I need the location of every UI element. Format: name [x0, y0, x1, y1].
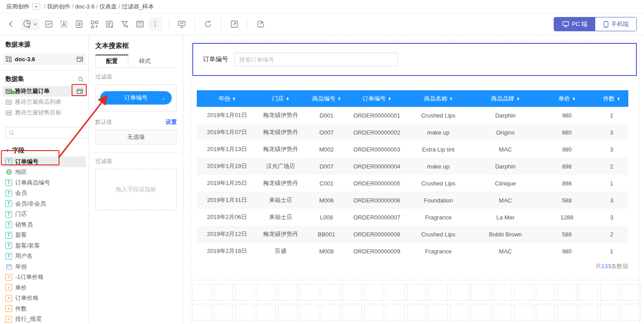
column-header-年份[interactable]: 年份 ▲▼ — [197, 90, 257, 107]
field-item-单价[interactable]: #单价 — [3, 282, 86, 293]
sort-icon[interactable]: ▲▼ — [233, 97, 236, 101]
field-item-地区[interactable]: 地区 — [3, 167, 86, 178]
form-icon[interactable] — [72, 17, 86, 31]
grid-cell — [321, 284, 340, 301]
dataset-item[interactable]: 雅诗兰黛商品列表 — [3, 97, 86, 107]
breadcrumb-app-menu[interactable]: 应用创作 ▾ — [6, 3, 40, 11]
sort-icon[interactable]: ▲▼ — [572, 97, 576, 101]
tab-样式[interactable]: 样式 — [128, 55, 161, 67]
order-search-input[interactable] — [234, 53, 398, 66]
column-header-单价[interactable]: 单价 ▲▼ — [539, 90, 595, 107]
filter-drop-zone[interactable]: 订单编号 ⌄ — [95, 84, 177, 111]
field-search-input[interactable] — [5, 127, 89, 139]
column-header-门店[interactable]: 门店 ▲▼ — [257, 90, 304, 107]
grid-cell — [407, 304, 426, 320]
back-icon[interactable] — [4, 17, 18, 31]
grid-cell — [600, 304, 619, 320]
field-item-会员[interactable]: T会员 — [3, 188, 86, 199]
add-chart-button[interactable] — [21, 18, 39, 30]
field-item-会员/非会员[interactable]: T会员/非会员 — [3, 198, 86, 209]
column-header-件数[interactable]: 件数 ▲▼ — [595, 90, 628, 107]
fields-section-header[interactable]: ▼ 字段 — [5, 147, 83, 155]
breadcrumb-item[interactable]: 仪表盘 — [99, 3, 117, 10]
mobile-view-button[interactable]: 手机端 — [595, 17, 636, 31]
field-item-订单编号[interactable]: T订单编号 — [3, 156, 86, 167]
tab-配置[interactable]: 配置 — [95, 55, 128, 67]
sort-icon[interactable]: ▲▼ — [338, 97, 341, 101]
open-panel-icon[interactable] — [76, 56, 83, 63]
text-field-icon: T — [5, 232, 12, 239]
table-cell: 2 — [595, 226, 628, 243]
filter-list-add-icon[interactable] — [103, 17, 116, 31]
column-label: 门店 — [272, 95, 284, 103]
data-table-widget[interactable]: 年份 ▲▼门店 ▲▼商品编号 ▲▼订单编号 ▲▼商品名称 ▲▼商品品牌 ▲▼单价… — [197, 90, 628, 260]
pc-view-label: PC 端 — [572, 20, 588, 28]
pc-view-button[interactable]: PC 端 — [554, 17, 595, 31]
sort-icon[interactable]: ▲▼ — [286, 97, 289, 101]
field-label: 用户名 — [15, 252, 33, 260]
filter-field-pill[interactable]: 订单编号 ⌄ — [100, 91, 172, 105]
sort-icon[interactable]: ▲▼ — [517, 97, 520, 101]
field-item-销售员[interactable]: T销售员 — [3, 219, 86, 230]
pie-chart-add-icon — [22, 19, 32, 29]
breadcrumb-separator: / — [94, 3, 99, 10]
table-cell: M008 — [304, 243, 349, 260]
field-item-用户名[interactable]: T用户名 — [3, 251, 86, 262]
grid-cell — [536, 304, 555, 320]
sort-icon[interactable]: ▲▼ — [449, 97, 453, 101]
field-item-门店[interactable]: T门店 — [3, 209, 86, 220]
breadcrumb-item[interactable]: doc-3.6 — [75, 3, 94, 10]
field-item--1订单价格[interactable]: #-1订单价格 — [3, 272, 86, 283]
shapes-icon[interactable] — [88, 17, 101, 31]
share-icon[interactable] — [254, 17, 267, 31]
breadcrumb-item[interactable]: 过滤器_样本 — [122, 3, 154, 10]
breadcrumb-item[interactable]: 我的创作 — [47, 3, 70, 10]
open-panel-icon[interactable] — [76, 88, 83, 95]
dataset-item[interactable]: 雅诗兰黛销售目标 — [3, 107, 86, 118]
column-header-商品品牌[interactable]: 商品品牌 ▲▼ — [472, 90, 539, 107]
field-item-订单商品编号[interactable]: T订单商品编号 — [3, 177, 86, 188]
table-row: 2019年2月18日百盛M008ORDER00000009FragranceMA… — [197, 243, 628, 260]
default-value-label: 默认值 — [95, 118, 112, 126]
table-row: 2019年1月01日梅龙镇伊势丹D001ORDER00000001Crushed… — [197, 107, 628, 124]
field-item-排行_维度[interactable]: #排行_维度 — [3, 314, 86, 324]
field-item-新客[interactable]: T新客 — [3, 230, 86, 241]
table-cell: MAC — [472, 243, 539, 260]
sort-icon[interactable]: ▲▼ — [617, 97, 620, 101]
text-search-widget[interactable]: 订单编号 — [192, 43, 637, 76]
funnel-add-icon[interactable] — [118, 17, 131, 31]
filter2-section-label: 过滤器 — [95, 158, 177, 165]
field-item-年份[interactable]: 年份 — [3, 261, 86, 272]
dashboard-panel-icon[interactable] — [133, 17, 147, 31]
grid-cell — [235, 304, 254, 320]
table-cell: ORDER00000002 — [349, 124, 405, 141]
table-cell: 1 — [595, 175, 628, 192]
field-item-订单价格[interactable]: #订单价格 — [3, 293, 86, 304]
text-field-icon: T — [5, 179, 12, 186]
data-source-item[interactable]: doc-3.6 — [3, 53, 86, 65]
table-cell: 梅龙镇伊势丹 — [257, 124, 304, 141]
field-item-新客/老客[interactable]: T新客/老客 — [3, 240, 86, 251]
column-header-订单编号[interactable]: 订单编号 ▲▼ — [349, 90, 405, 107]
field-search-field[interactable] — [17, 130, 86, 136]
text-tool-icon[interactable] — [57, 17, 71, 31]
chevron-down-icon[interactable]: ▾ — [32, 3, 40, 10]
column-header-商品编号[interactable]: 商品编号 ▲▼ — [304, 90, 349, 107]
breadcrumb: 应用创作 ▾ / 我的创作 / doc-3.6 / 仪表盘 / 过滤器_样本 — [0, 0, 644, 13]
dashboard-canvas[interactable]: 订单编号 年份 ▲▼门店 ▲▼商品编号 ▲▼订单编号 ▲▼商品名称 ▲▼商品品牌… — [183, 35, 644, 324]
search-icon[interactable] — [77, 76, 84, 83]
refresh-icon[interactable] — [201, 17, 215, 31]
field-drop-zone[interactable]: 拖入字段或指标 — [95, 169, 177, 210]
presentation-icon[interactable] — [175, 17, 188, 31]
column-header-商品名称[interactable]: 商品名称 ▲▼ — [405, 90, 472, 107]
field-item-件数[interactable]: #件数 — [3, 303, 86, 314]
settings-link[interactable]: 设置 — [165, 118, 177, 126]
dataset-item[interactable]: 雅诗兰黛订单 — [3, 86, 86, 97]
sort-icon[interactable]: ▲▼ — [388, 97, 391, 101]
text-field-icon: T — [5, 158, 12, 165]
fullscreen-icon[interactable] — [228, 17, 241, 31]
grid-cell — [386, 304, 405, 320]
more-icon[interactable] — [148, 17, 162, 31]
text-field-icon: T — [5, 211, 12, 218]
image-chart-icon[interactable] — [42, 17, 55, 31]
